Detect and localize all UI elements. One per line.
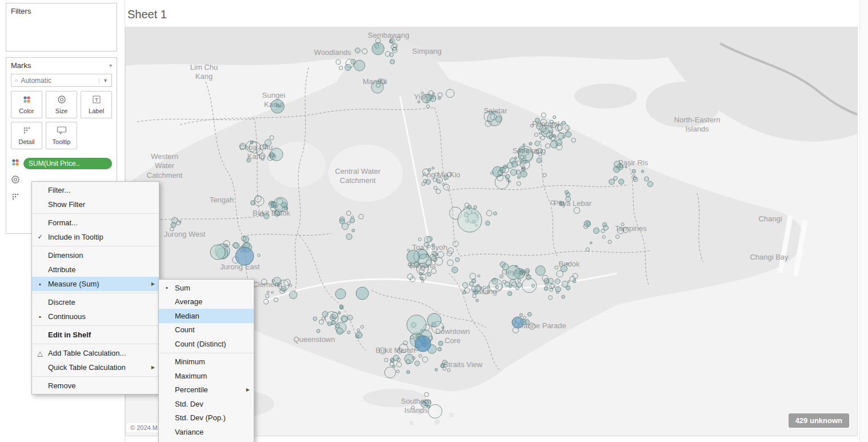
menu-item-maximum[interactable]: Maximum	[159, 369, 254, 383]
check-gutter-icon: ✓	[32, 233, 48, 241]
menu-item-discrete[interactable]: Discrete	[32, 295, 159, 309]
map-label-changi: Changi	[758, 214, 782, 224]
menu-item-sum[interactable]: •Sum	[159, 281, 254, 295]
pill-context-menu: Filter...Show FilterFormat...✓Include in…	[31, 181, 159, 395]
menu-separator	[33, 325, 158, 326]
menu-item-edit-in-shelf[interactable]: Edit in Shelf	[32, 328, 159, 342]
map-label-lim-chu-kang: Lim Chu Kang	[190, 63, 218, 82]
filters-title: Filters	[6, 3, 117, 17]
color-button[interactable]: Color	[11, 91, 42, 118]
map-label-north-eastern-islands: North-Eastern Islands	[674, 116, 721, 134]
menu-item-measure-sum[interactable]: •Measure (Sum)▶	[32, 277, 159, 291]
submenu-arrow-icon: ▶	[151, 365, 155, 370]
bullet-gutter-icon: •	[32, 313, 48, 320]
chevron-down-icon[interactable]: ▾	[109, 62, 112, 69]
filters-shelf[interactable]: Filters	[6, 3, 117, 51]
map-label-woodlands: Woodlands	[314, 48, 351, 57]
delta-gutter-icon: △	[32, 349, 48, 357]
unknown-values-badge[interactable]: 429 unknown	[789, 413, 849, 428]
tooltip-icon	[57, 126, 67, 137]
map-label-tampines: Tampines	[615, 224, 647, 233]
menu-item-median[interactable]: Median	[159, 309, 254, 323]
menu-item-label: Average	[175, 297, 202, 306]
menu-item-add-table-calculation[interactable]: △Add Table Calculation...	[32, 346, 159, 360]
menu-item-quick-table-calculation[interactable]: Quick Table Calculation▶	[32, 360, 159, 375]
menu-item-label: Std. Dev (Pop.)	[175, 413, 226, 422]
map-label-mandai: Mandai	[363, 77, 387, 86]
mark-button-label: Detail	[18, 138, 34, 145]
tooltip-button[interactable]: Tooltip	[46, 122, 77, 149]
map-label-paya-lebar: Paya Lebar	[554, 199, 592, 208]
submenu-arrow-icon: ▶	[151, 281, 155, 286]
menu-separator	[33, 293, 158, 293]
menu-item-label: Add Table Calculation...	[48, 349, 126, 357]
sheet-title: Sheet 1	[127, 8, 167, 21]
marks-buttons: ColorSizeTLabelDetailTooltip	[11, 91, 112, 149]
map-label-punggol: Punggol	[532, 120, 559, 129]
map-label-jurong-east: Jurong East	[220, 262, 259, 272]
menu-item-filter[interactable]: Filter...	[32, 183, 159, 197]
map-label-choa-chu-kang: Choa Chu Kang	[239, 143, 273, 162]
mark-button-label: Color	[19, 107, 34, 114]
map-label-sembawang: Sembawang	[368, 31, 409, 40]
detail-icon	[22, 126, 31, 137]
map-label-southern-islands: Southern Islands	[401, 397, 431, 416]
marks-title: Marks	[11, 61, 31, 70]
map-label-pasir-ris: Pasir Ris	[618, 158, 648, 168]
menu-item-count-distinct[interactable]: Count (Distinct)	[159, 337, 254, 351]
dropdown-caret-icon: ▼	[99, 78, 108, 83]
menu-item-label: Format...	[48, 218, 78, 227]
menu-item-label: Edit in Shelf	[48, 330, 91, 339]
menu-item-label: Show Filter	[48, 200, 85, 209]
map-label-tengah: Tengah	[210, 196, 234, 205]
menu-item-label: Dimension	[48, 251, 83, 260]
map-label-toa-payoh: Toa Payoh	[412, 243, 447, 252]
menu-item-remove[interactable]: Remove	[32, 379, 159, 393]
map-label-bukit-batok: Bukit Batok	[253, 209, 290, 218]
submenu-arrow-icon: ▶	[246, 387, 250, 392]
menu-item-label: Std. Dev	[175, 400, 203, 408]
map-label-novena: Novena	[410, 261, 436, 270]
menu-item-show-filter[interactable]: Show Filter	[32, 197, 159, 212]
menu-item-minimum[interactable]: Minimum	[159, 355, 254, 369]
menu-item-std-dev-pop[interactable]: Std. Dev (Pop.)	[159, 411, 254, 425]
mark-type-dropdown[interactable]: ○ Automatic ▼	[11, 74, 112, 87]
map-label-changi-bay: Changi Bay	[750, 253, 788, 262]
mark-button-label: Label	[89, 107, 104, 114]
menu-item-variance-pop[interactable]: Variance (Pop.)	[159, 439, 254, 442]
map-label-kallang: Kallang	[472, 287, 497, 296]
map-label-seletar: Seletar	[483, 106, 507, 116]
map-label-straits-view: Straits View	[443, 360, 482, 369]
map-label-sengkang: Sengkang	[513, 146, 546, 156]
menu-item-attribute[interactable]: Attribute	[32, 262, 159, 277]
menu-item-continuous[interactable]: •Continuous	[32, 309, 159, 324]
menu-item-count[interactable]: Count	[159, 323, 254, 337]
size-button[interactable]: Size	[46, 91, 77, 118]
menu-item-dimension[interactable]: Dimension	[32, 248, 159, 262]
label-button[interactable]: TLabel	[81, 91, 112, 118]
size-icon	[57, 95, 66, 106]
detail-target-icon	[11, 192, 20, 204]
menu-item-label: Minimum	[175, 357, 205, 366]
color-icon	[22, 95, 31, 106]
right-scrollbar[interactable]	[859, 0, 868, 442]
map-label-western-water-catchment: Western Water Catchment	[147, 152, 183, 180]
size-target-icon	[11, 175, 20, 186]
label-icon: T	[92, 95, 101, 106]
menu-item-std-dev[interactable]: Std. Dev	[159, 397, 254, 411]
map-label-jurong-west: Jurong West	[164, 230, 206, 239]
menu-item-label: Continuous	[48, 312, 86, 321]
menu-item-include-in-tooltip[interactable]: ✓Include in Tooltip	[32, 230, 159, 244]
field-pill-sum-unit-price[interactable]: SUM(Unit Price..	[23, 158, 112, 169]
menu-item-variance[interactable]: Variance	[159, 425, 254, 439]
menu-separator	[33, 376, 158, 377]
detail-button[interactable]: Detail	[11, 122, 42, 149]
mark-button-label: Tooltip	[53, 138, 71, 145]
menu-item-label: Include in Tooltip	[48, 233, 103, 241]
map-label-bedok: Bedok	[559, 260, 580, 269]
menu-separator	[159, 353, 253, 353]
menu-item-percentile[interactable]: Percentile▶	[159, 383, 254, 397]
menu-item-average[interactable]: Average	[159, 295, 254, 309]
menu-item-format[interactable]: Format...	[32, 216, 159, 230]
map-label-sungei-kadut: Sungei Kadut	[262, 91, 285, 110]
